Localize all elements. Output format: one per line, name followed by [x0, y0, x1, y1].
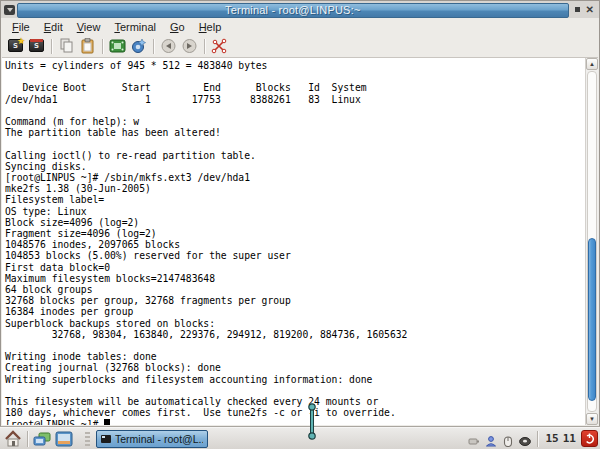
menu-go[interactable]: Go: [163, 20, 192, 34]
menu-help[interactable]: Help: [192, 20, 229, 34]
terminal-text: Units = cylinders of 945 * 512 = 483840 …: [2, 58, 585, 425]
window-controls: ✕: [569, 5, 599, 15]
toolbar-separator: [102, 39, 103, 54]
forward-icon[interactable]: [181, 38, 198, 54]
system-tray: [468, 433, 531, 445]
maximize-button[interactable]: [575, 7, 580, 12]
paste-icon[interactable]: [79, 38, 96, 54]
scrollbar-thumb[interactable]: [588, 238, 596, 401]
home-icon[interactable]: [4, 430, 22, 448]
menu-view[interactable]: View: [70, 20, 108, 34]
terminal-window: Terminal - root@LINPUS:~ ✕ File Edit Vie…: [0, 0, 600, 427]
close-button[interactable]: ✕: [586, 5, 594, 15]
battery-icon[interactable]: [468, 433, 480, 445]
back-icon[interactable]: [160, 38, 177, 54]
menu-edit[interactable]: Edit: [37, 20, 70, 34]
new-tab-icon[interactable]: s: [28, 38, 45, 54]
terminal-output-area[interactable]: Units = cylinders of 945 * 512 = 483840 …: [2, 58, 585, 425]
fullscreen-icon[interactable]: [109, 38, 126, 54]
menubar: File Edit View Terminal Go Help: [2, 18, 598, 35]
power-icon: [584, 433, 595, 444]
menu-file[interactable]: File: [5, 20, 37, 34]
clock[interactable]: 15 11: [546, 432, 577, 445]
mouse-icon[interactable]: [502, 433, 514, 445]
scroll-down-arrow-icon[interactable]: ▼: [586, 413, 598, 425]
window-menu-icon[interactable]: [4, 5, 15, 15]
toolbar-separator: [51, 39, 52, 54]
clock-hours: 15: [546, 432, 559, 445]
titlebar[interactable]: Terminal - root@LINPUS:~ ✕: [1, 1, 599, 18]
taskbar-window-button[interactable]: Terminal - root@L...: [96, 430, 208, 448]
taskbar: Terminal - root@L... 15 11: [0, 427, 600, 449]
preferences-icon[interactable]: [130, 38, 147, 54]
taskbar-window-label: Terminal - root@L...: [115, 433, 203, 445]
display-settings-icon[interactable]: [33, 430, 51, 448]
toolbar: s★ s: [2, 35, 598, 58]
new-window-icon[interactable]: s★: [7, 38, 24, 54]
report-icon[interactable]: [211, 38, 228, 54]
scroll-up-arrow-icon[interactable]: ▲: [586, 58, 598, 70]
menu-terminal[interactable]: Terminal: [107, 20, 163, 34]
taskbar-separator: [537, 431, 538, 447]
user-icon[interactable]: [485, 433, 497, 445]
toolbar-separator: [204, 39, 205, 54]
toolbar-separator: [153, 39, 154, 54]
power-button[interactable]: [581, 430, 598, 447]
panel-handle[interactable]: [85, 432, 90, 446]
terminal-scrollbar[interactable]: ▲ ▼: [585, 58, 598, 425]
cd-icon[interactable]: [519, 433, 531, 445]
window-title: Terminal - root@LINPUS:~: [225, 4, 360, 16]
terminal-block-cursor: [104, 419, 110, 425]
scrollbar-trough[interactable]: [587, 71, 597, 412]
terminal-mini-icon: [101, 435, 111, 443]
copy-icon[interactable]: [58, 38, 75, 54]
taskbar-separator: [27, 431, 28, 447]
titlebar-strip: Terminal - root@LINPUS:~: [17, 3, 569, 18]
file-manager-icon[interactable]: [55, 430, 73, 448]
clock-minutes: 11: [563, 432, 576, 445]
